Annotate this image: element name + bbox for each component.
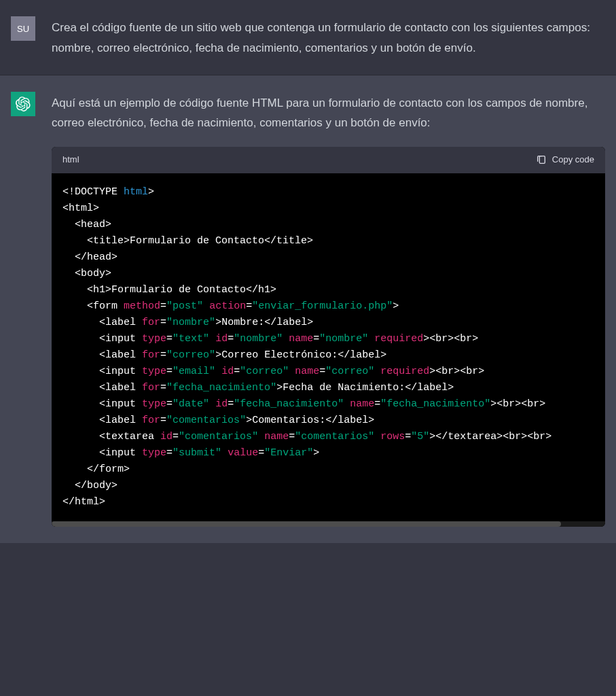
copy-code-button[interactable]: Copy code (536, 152, 594, 168)
code-content: <!DOCTYPE html> <html> <head> <title>For… (62, 184, 594, 510)
assistant-avatar (11, 92, 35, 116)
assistant-intro-text: Aquí está un ejemplo de código fuente HT… (52, 93, 605, 134)
assistant-content: Aquí está un ejemplo de código fuente HT… (52, 92, 605, 527)
user-avatar-initials: SU (17, 24, 29, 34)
clipboard-icon (536, 154, 547, 165)
assistant-message: Aquí está un ejemplo de código fuente HT… (0, 75, 616, 543)
svg-rect-0 (539, 156, 545, 164)
user-message: SU Crea el código fuente de un sitio web… (0, 0, 616, 75)
code-header: html Copy code (52, 147, 605, 173)
code-body[interactable]: <!DOCTYPE html> <html> <head> <title>For… (52, 173, 605, 521)
code-language-label: html (62, 152, 79, 168)
code-block: html Copy code <!DOCTYPE html> <html> <h… (52, 147, 605, 527)
copy-code-label: Copy code (552, 152, 594, 168)
horizontal-scrollbar[interactable] (52, 521, 605, 527)
openai-icon (16, 97, 31, 111)
scrollbar-thumb[interactable] (52, 521, 561, 527)
user-avatar: SU (11, 16, 35, 41)
user-message-text: Crea el código fuente de un sitio web qu… (52, 16, 605, 58)
